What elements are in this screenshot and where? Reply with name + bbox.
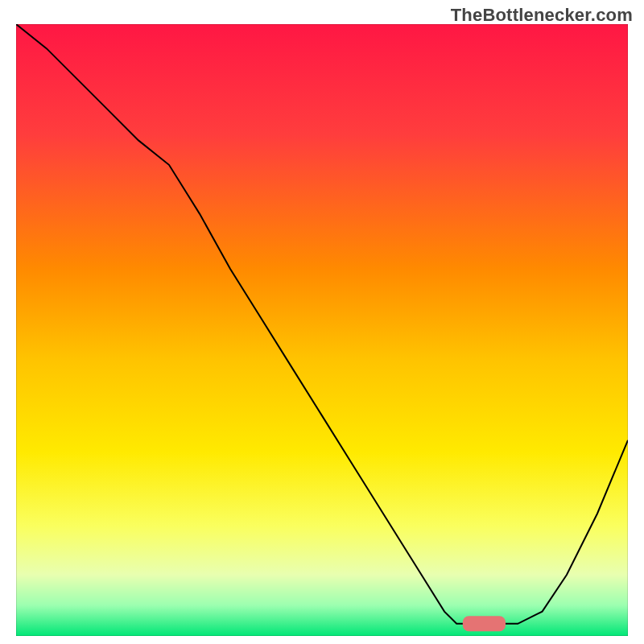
chart-svg bbox=[16, 24, 628, 636]
chart-background bbox=[16, 24, 628, 636]
chart-plot-area bbox=[16, 24, 628, 636]
watermark-text: TheBottlenecker.com bbox=[451, 5, 633, 26]
optimal-range-marker bbox=[463, 616, 506, 631]
